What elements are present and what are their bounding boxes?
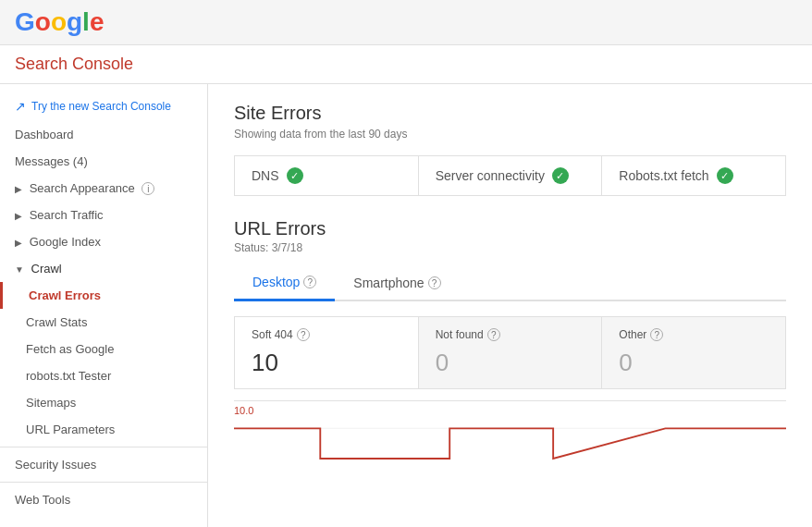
smartphone-tab[interactable]: Smartphone ? xyxy=(335,265,459,300)
site-errors-section: Site Errors Showing data from the last 9… xyxy=(234,103,786,196)
chart-area: 10.0 xyxy=(234,400,786,476)
google-logo: G o o g l e xyxy=(15,7,104,37)
sidebar-item-web-tools[interactable]: Web Tools xyxy=(0,486,207,513)
main-content: Site Errors Showing data from the last 9… xyxy=(208,84,812,527)
sidebar-item-web-tools-label: Web Tools xyxy=(15,493,70,507)
sidebar-item-url-parameters-label: URL Parameters xyxy=(26,423,115,436)
logo-letter-g2: g xyxy=(67,7,82,37)
search-appearance-info-icon: i xyxy=(141,182,154,195)
site-errors-title: Site Errors xyxy=(234,103,786,124)
sidebar-item-fetch-as-google[interactable]: Fetch as Google xyxy=(0,336,207,362)
server-connectivity-card[interactable]: Server connectivity ✓ xyxy=(419,156,603,195)
sidebar-item-robots-txt-tester[interactable]: robots.txt Tester xyxy=(0,362,207,389)
arrow-right-icon: ▶ xyxy=(15,184,22,194)
other-value: 0 xyxy=(619,349,769,377)
sub-header: Search Console xyxy=(0,45,812,84)
desktop-help-icon[interactable]: ? xyxy=(303,276,316,288)
chart-svg xyxy=(234,418,786,473)
other-card[interactable]: Other ? 0 xyxy=(602,317,785,388)
dns-label: DNS xyxy=(252,168,279,183)
try-new-label: Try the new Search Console xyxy=(31,100,171,113)
sidebar-item-robots-txt-tester-label: robots.txt Tester xyxy=(26,369,111,383)
chart-y-label: 10.0 xyxy=(234,405,786,416)
dns-check-icon: ✓ xyxy=(287,167,303,184)
search-console-title: Search Console xyxy=(15,55,133,73)
not-found-value: 0 xyxy=(436,349,585,377)
soft-404-help-icon[interactable]: ? xyxy=(297,328,310,341)
smartphone-tab-label: Smartphone xyxy=(353,276,424,290)
sidebar-item-crawl-stats[interactable]: Crawl Stats xyxy=(0,309,207,336)
sidebar-item-dashboard-label: Dashboard xyxy=(15,128,74,141)
sidebar-item-fetch-as-google-label: Fetch as Google xyxy=(26,342,114,356)
sidebar-item-crawl[interactable]: ▼ Crawl xyxy=(0,255,207,282)
server-connectivity-label: Server connectivity xyxy=(436,168,545,183)
logo-letter-l: l xyxy=(82,7,90,37)
sidebar-item-crawl-errors-label: Crawl Errors xyxy=(29,288,101,302)
other-label: Other ? xyxy=(619,328,769,341)
url-errors-section: URL Errors Status: 3/7/18 Desktop ? Smar… xyxy=(234,218,786,476)
sidebar-item-messages-label: Messages (4) xyxy=(15,154,88,168)
logo-letter-o2: o xyxy=(51,7,67,37)
sidebar-item-search-appearance-label: Search Appearance xyxy=(30,181,135,195)
arrow-right-icon: ▶ xyxy=(15,211,22,221)
sidebar-item-search-traffic[interactable]: ▶ Search Traffic xyxy=(0,202,207,228)
sidebar-item-security-issues[interactable]: Security Issues xyxy=(0,451,207,478)
other-label-text: Other xyxy=(619,328,646,341)
sidebar-item-dashboard[interactable]: Dashboard xyxy=(0,121,207,148)
sidebar-item-sitemaps[interactable]: Sitemaps xyxy=(0,389,207,416)
sidebar-item-crawl-label: Crawl xyxy=(31,262,62,276)
not-found-card[interactable]: Not found ? 0 xyxy=(419,317,603,388)
try-new-search-console-link[interactable]: ↗ Try the new Search Console xyxy=(0,92,207,121)
site-errors-subtitle: Showing data from the last 90 days xyxy=(234,128,786,141)
smartphone-help-icon[interactable]: ? xyxy=(428,276,441,289)
sidebar-item-crawl-errors[interactable]: Crawl Errors xyxy=(0,282,207,309)
site-error-cards: DNS ✓ Server connectivity ✓ Robots.txt f… xyxy=(234,155,786,196)
soft-404-card[interactable]: Soft 404 ? 10 xyxy=(235,317,419,388)
logo-letter-g: G xyxy=(15,7,35,37)
url-errors-tabs: Desktop ? Smartphone ? xyxy=(234,265,786,301)
sidebar-item-sitemaps-label: Sitemaps xyxy=(26,396,76,410)
other-help-icon[interactable]: ? xyxy=(650,328,663,341)
soft-404-label-text: Soft 404 xyxy=(252,328,293,341)
sidebar-item-google-index[interactable]: ▶ Google Index xyxy=(0,228,207,255)
sidebar-divider xyxy=(0,447,207,447)
layout: ↗ Try the new Search Console Dashboard M… xyxy=(0,84,812,527)
not-found-label-text: Not found xyxy=(436,328,484,341)
sidebar-item-crawl-stats-label: Crawl Stats xyxy=(26,315,87,329)
sidebar: ↗ Try the new Search Console Dashboard M… xyxy=(0,84,208,527)
sidebar-item-google-index-label: Google Index xyxy=(30,235,101,249)
sidebar-item-search-traffic-label: Search Traffic xyxy=(30,208,104,222)
external-link-icon: ↗ xyxy=(15,99,26,114)
server-connectivity-check-icon: ✓ xyxy=(552,167,569,184)
chart-line xyxy=(234,428,786,459)
url-error-stat-cards: Soft 404 ? 10 Not found ? 0 Other ? xyxy=(234,316,786,389)
url-errors-title: URL Errors xyxy=(234,218,786,239)
arrow-down-icon: ▼ xyxy=(15,264,24,275)
logo-letter-o1: o xyxy=(35,7,51,37)
soft-404-label: Soft 404 ? xyxy=(252,328,401,341)
sidebar-item-messages[interactable]: Messages (4) xyxy=(0,148,207,175)
robots-txt-fetch-label: Robots.txt fetch xyxy=(619,168,708,183)
not-found-label: Not found ? xyxy=(436,328,585,341)
sidebar-item-security-issues-label: Security Issues xyxy=(15,458,96,472)
arrow-right-icon: ▶ xyxy=(15,238,22,248)
url-errors-status: Status: 3/7/18 xyxy=(234,241,786,254)
dns-card[interactable]: DNS ✓ xyxy=(235,156,419,195)
desktop-tab[interactable]: Desktop ? xyxy=(234,265,335,301)
robots-txt-fetch-card[interactable]: Robots.txt fetch ✓ xyxy=(602,156,785,195)
not-found-help-icon[interactable]: ? xyxy=(487,328,500,341)
robots-txt-fetch-check-icon: ✓ xyxy=(717,167,733,184)
desktop-tab-label: Desktop xyxy=(252,275,300,289)
header: G o o g l e xyxy=(0,0,812,45)
sidebar-divider-2 xyxy=(0,482,207,483)
sidebar-item-search-appearance[interactable]: ▶ Search Appearance i xyxy=(0,175,207,202)
soft-404-value: 10 xyxy=(252,349,401,377)
logo-letter-e: e xyxy=(90,7,105,37)
sidebar-item-url-parameters[interactable]: URL Parameters xyxy=(0,416,207,443)
